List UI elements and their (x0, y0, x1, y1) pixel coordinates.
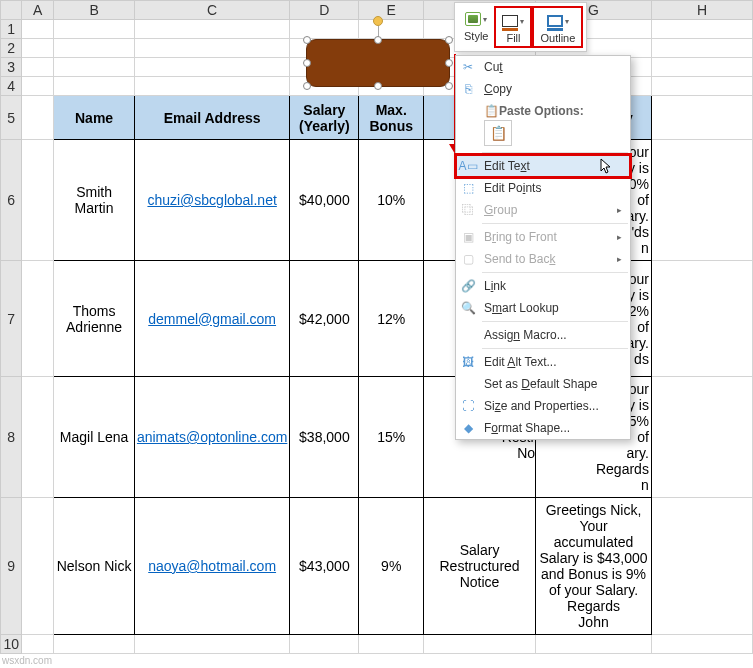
link-icon: 🔗 (460, 278, 476, 294)
col-d[interactable]: D (290, 1, 359, 20)
ctx-set-default[interactable]: Set as Default Shape (456, 373, 630, 395)
cell-email[interactable]: demmel@gmail.com (134, 261, 289, 377)
fill-icon (502, 15, 518, 27)
hdr-bonus: Max. Bonus (359, 96, 424, 140)
row-7[interactable]: 7 (1, 261, 22, 377)
row-4[interactable]: 4 (1, 77, 22, 96)
cell-bonus[interactable]: 10% (359, 140, 424, 261)
resize-handle[interactable] (303, 59, 311, 67)
rotation-handle[interactable] (373, 16, 383, 26)
ctx-assign-macro[interactable]: Assign Macro... (456, 324, 630, 346)
col-e[interactable]: E (359, 1, 424, 20)
ctx-bring-front: ▣Bring to Front▸ (456, 226, 630, 248)
cell-salary[interactable]: $40,000 (290, 140, 359, 261)
format-icon: ◆ (460, 420, 476, 436)
row-2[interactable]: 2 (1, 39, 22, 58)
ctx-size-props[interactable]: ⛶Size and Properties... (456, 395, 630, 417)
send-back-icon: ▢ (460, 251, 476, 267)
cell-name[interactable]: Smith Martin (54, 140, 135, 261)
cell-name[interactable]: Magil Lena (54, 377, 135, 498)
col-a[interactable]: A (22, 1, 54, 20)
bring-front-icon: ▣ (460, 229, 476, 245)
cell-email[interactable]: naoya@hotmail.com (134, 498, 289, 635)
row-5[interactable]: 5 (1, 96, 22, 140)
cut-icon: ✂ (460, 59, 476, 75)
ctx-copy[interactable]: ⎘Copy (456, 78, 630, 100)
shape-mini-toolbar: ▾ Style ▾ Fill ▾ Outline (454, 2, 587, 52)
row-3[interactable]: 3 (1, 58, 22, 77)
cell-name[interactable]: Nelson Nick (54, 498, 135, 635)
ctx-edit-alt-text[interactable]: 🖼Edit Alt Text... (456, 351, 630, 373)
cell-bonus[interactable]: 12% (359, 261, 424, 377)
alt-text-icon: 🖼 (460, 354, 476, 370)
outline-icon (547, 15, 563, 27)
col-b[interactable]: B (54, 1, 135, 20)
resize-handle[interactable] (374, 82, 382, 90)
row-10[interactable]: 10 (1, 635, 22, 654)
row-9[interactable]: 9 (1, 498, 22, 635)
resize-handle[interactable] (303, 36, 311, 44)
ctx-paste-heading: 📋Paste Options: (456, 100, 630, 120)
resize-handle[interactable] (374, 36, 382, 44)
ctx-cut[interactable]: ✂Cut (456, 56, 630, 78)
ctx-smart-lookup[interactable]: 🔍Smart Lookup (456, 297, 630, 319)
resize-handle[interactable] (445, 59, 453, 67)
resize-handle[interactable] (445, 82, 453, 90)
watermark: wsxdn.com (2, 655, 52, 666)
copy-icon: ⎘ (460, 81, 476, 97)
cursor-icon (600, 158, 614, 176)
cell-subject[interactable]: Salary Restructured Notice (423, 498, 535, 635)
cell-body[interactable]: Greetings Nick, Your accumulated Salary … (536, 498, 652, 635)
col-c[interactable]: C (134, 1, 289, 20)
cell-email[interactable]: animats@optonline.com (134, 377, 289, 498)
edit-text-icon: A▭ (460, 158, 476, 174)
ctx-format-shape[interactable]: ◆Format Shape... (456, 417, 630, 439)
resize-handle[interactable] (303, 82, 311, 90)
edit-points-icon: ⬚ (460, 180, 476, 196)
smart-lookup-icon: 🔍 (460, 300, 476, 316)
ctx-link[interactable]: 🔗Link (456, 275, 630, 297)
ctx-edit-text[interactable]: A▭ Edit Text (456, 155, 630, 177)
outline-button[interactable]: ▾ Outline (532, 6, 583, 48)
style-button[interactable]: ▾ Style (458, 6, 494, 44)
ctx-edit-points[interactable]: ⬚Edit Points (456, 177, 630, 199)
hdr-salary: Salary (Yearly) (290, 96, 359, 140)
outline-label: Outline (540, 32, 575, 44)
cell-bonus[interactable]: 9% (359, 498, 424, 635)
cell-name[interactable]: Thoms Adrienne (54, 261, 135, 377)
size-icon: ⛶ (460, 398, 476, 414)
cell-salary[interactable]: $42,000 (290, 261, 359, 377)
spreadsheet-grid: A B C D E F G H 1 2 3 4 5 Name Email Add… (0, 0, 753, 654)
cell-salary[interactable]: $43,000 (290, 498, 359, 635)
cell-email[interactable]: chuzi@sbcglobal.net (134, 140, 289, 261)
resize-handle[interactable] (445, 36, 453, 44)
fill-label: Fill (506, 32, 520, 44)
rounded-rectangle-shape[interactable] (306, 39, 450, 87)
paste-icon: 📋 (484, 104, 499, 118)
hdr-email: Email Address (134, 96, 289, 140)
group-icon: ⿻ (460, 202, 476, 218)
cell-salary[interactable]: $38,000 (290, 377, 359, 498)
cell-bonus[interactable]: 15% (359, 377, 424, 498)
style-icon (465, 12, 481, 26)
ctx-group: ⿻Group▸ (456, 199, 630, 221)
row-1[interactable]: 1 (1, 20, 22, 39)
context-menu: ✂Cut ⎘Copy 📋Paste Options: 📋 A▭ Edit Tex… (455, 55, 631, 440)
paste-option-button[interactable]: 📋 (484, 120, 512, 146)
style-label: Style (464, 30, 488, 42)
ctx-send-back: ▢Send to Back▸ (456, 248, 630, 270)
col-h[interactable]: H (651, 1, 752, 20)
row-8[interactable]: 8 (1, 377, 22, 498)
hdr-name: Name (54, 96, 135, 140)
row-6[interactable]: 6 (1, 140, 22, 261)
fill-button[interactable]: ▾ Fill (494, 6, 532, 48)
